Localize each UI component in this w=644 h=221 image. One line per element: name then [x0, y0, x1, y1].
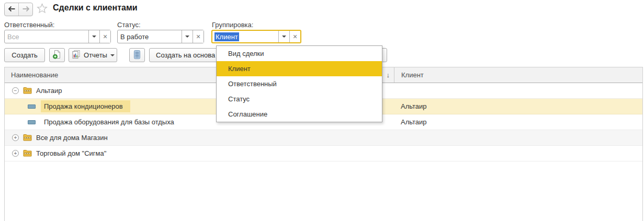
grouping-dropdown: Вид сделкиКлиентОтветственныйСтатусСогла… — [216, 45, 382, 122]
expand-toggle-icon[interactable]: + — [12, 150, 19, 157]
responsible-clear-button[interactable]: × — [99, 30, 110, 43]
expand-toggle-icon[interactable]: + — [12, 134, 19, 141]
grouping-field: Клиент × — [211, 30, 301, 43]
clear-icon: × — [196, 33, 200, 40]
group-name: Альтаир — [36, 87, 62, 95]
status-clear-button[interactable]: × — [193, 30, 204, 43]
dropdown-option[interactable]: Вид сделки — [217, 46, 382, 61]
status-field: × — [117, 30, 204, 43]
dropdown-option[interactable]: Ответственный — [217, 76, 382, 91]
create-button-label: Создать — [12, 51, 37, 59]
back-button[interactable] — [5, 3, 18, 16]
chevron-down-icon — [110, 54, 115, 56]
favorite-star-icon[interactable] — [37, 3, 48, 15]
grouping-selected-text: Клиент — [214, 32, 239, 41]
chevron-down-icon — [282, 36, 286, 38]
new-group-button[interactable] — [49, 48, 65, 62]
filter-label-status: Статус: — [117, 21, 141, 29]
grouping-input[interactable]: Клиент — [212, 31, 278, 42]
cell-client: Альтаир — [394, 114, 642, 130]
cell-client — [394, 130, 642, 145]
filter-label-grouping: Группировка: — [212, 21, 253, 29]
deal-item-icon — [28, 120, 36, 124]
create-based-on-label: Создать на основа — [156, 51, 215, 59]
create-button[interactable]: Создать — [4, 48, 45, 62]
dropdown-option[interactable]: Клиент — [217, 61, 382, 76]
app-window: Сделки с клиентами Ответственный: Статус… — [0, 0, 644, 221]
responsible-field: × — [4, 30, 111, 43]
cell-client — [394, 146, 642, 161]
collapse-toggle-icon[interactable]: − — [12, 87, 19, 94]
sort-descending-icon: ↓ — [387, 71, 390, 79]
responsible-dropdown-button[interactable] — [88, 30, 99, 43]
filter-label-responsible: Ответственный: — [4, 21, 54, 29]
forward-button[interactable] — [18, 3, 32, 16]
column-header-client-label: Клиент — [401, 71, 424, 79]
dropdown-option[interactable]: Соглашение — [217, 107, 382, 122]
grouping-dropdown-button[interactable] — [278, 31, 289, 42]
group-name: Торговый дом "Сигма" — [36, 149, 106, 157]
reports-button[interactable]: Отчеты — [69, 48, 117, 62]
chevron-down-icon — [185, 36, 189, 38]
page-title: Сделки с клиентами — [53, 3, 138, 13]
forward-icon — [22, 6, 30, 14]
column-header-name-label: Наименование — [11, 71, 58, 79]
clear-icon: × — [293, 33, 297, 40]
related-list-icon — [134, 50, 140, 61]
chevron-down-icon — [92, 36, 96, 38]
column-header-client[interactable]: Клиент — [394, 67, 642, 83]
group-folder-icon — [23, 134, 32, 141]
new-document-plus-icon — [52, 50, 62, 61]
cell-client — [394, 83, 642, 98]
dropdown-option[interactable]: Статус — [217, 91, 382, 107]
status-input[interactable] — [118, 30, 182, 43]
grouping-clear-button[interactable]: × — [289, 31, 300, 42]
status-dropdown-button[interactable] — [182, 30, 193, 43]
table-row-group[interactable]: +Торговый дом "Сигма" — [5, 146, 642, 161]
deal-name: Продажа кондиционеров — [41, 100, 130, 112]
table-row-group[interactable]: +Все для дома Магазин — [5, 130, 642, 146]
group-folder-icon — [23, 87, 32, 94]
clear-icon: × — [103, 33, 107, 40]
report-chart-icon — [71, 50, 81, 61]
related-documents-button[interactable] — [129, 48, 145, 62]
deal-item-icon — [28, 104, 36, 109]
cell-name: +Все для дома Магазин — [5, 130, 394, 145]
group-folder-icon — [23, 150, 32, 157]
deal-name: Продажа оборудования для базы отдыха — [41, 116, 182, 128]
cell-name: +Торговый дом "Сигма" — [5, 146, 394, 161]
responsible-input[interactable] — [5, 30, 88, 43]
back-icon — [8, 6, 16, 14]
group-name: Все для дома Магазин — [36, 134, 108, 142]
history-nav — [4, 3, 33, 16]
cell-client: Альтаир — [394, 99, 642, 114]
reports-button-label: Отчеты — [84, 51, 107, 59]
